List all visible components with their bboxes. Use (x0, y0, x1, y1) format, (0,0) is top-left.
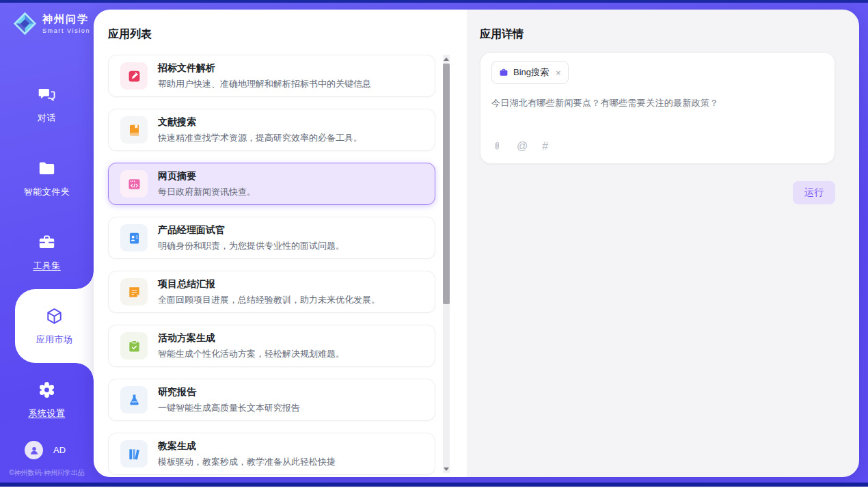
app-card-description: 快速精准查找学术资源，提高研究效率的必备工具。 (158, 132, 362, 144)
books-icon (120, 440, 148, 467)
app-card-title: 教案生成 (158, 440, 336, 452)
sidebar-item-label: 工具集 (33, 260, 61, 272)
folder-icon (38, 159, 56, 180)
user-row[interactable]: AD (25, 441, 66, 459)
edit-square-icon (120, 62, 148, 90)
app-card-title: 文献搜索 (158, 116, 362, 128)
app-card[interactable]: 网页摘要 每日政府新闻资讯快查。 (108, 163, 435, 205)
brand: 神州问学 Smart Vision (0, 3, 94, 36)
app-card-title: 招标文件解析 (158, 62, 371, 74)
run-row: 运行 (480, 181, 835, 204)
avatar (25, 441, 43, 459)
brand-name: 神州问学 (42, 13, 90, 26)
app-card[interactable]: 产品经理面试官 明确身份和职责，为您提供专业性的面试问题。 (108, 217, 435, 259)
app-detail-panel: 应用详情 Bing搜索 × 今日湖北有哪些新闻要点？有哪些需要关注的最新政策？ … (467, 10, 859, 477)
app-list-title: 应用列表 (108, 27, 435, 42)
app-card-description: 帮助用户快速、准确地理解和解析招标书中的关键信息 (158, 78, 371, 90)
cube-icon (45, 307, 64, 328)
app-card-title: 项目总结汇报 (158, 278, 380, 290)
brand-subtitle: Smart Vision (42, 27, 90, 34)
app-card-title: 活动方案生成 (158, 332, 344, 344)
book-icon (120, 116, 148, 144)
prompt-card: Bing搜索 × 今日湖北有哪些新闻要点？有哪些需要关注的最新政策？ @ # (480, 52, 835, 164)
scroll-up-arrow[interactable] (443, 55, 450, 62)
sidebar-item-label: 系统设置 (29, 407, 66, 420)
app-card-description: 智能生成个性化活动方案，轻松解决规划难题。 (158, 348, 344, 360)
sidebar-item-dialog[interactable]: 对话 (0, 68, 94, 141)
at-mention-icon[interactable]: @ (517, 140, 528, 152)
app-card[interactable]: 教案生成 模板驱动，教案秒成，教学准备从此轻松快捷 (108, 433, 435, 475)
app-card-description: 每日政府新闻资讯快查。 (158, 186, 256, 198)
app-card[interactable]: 项目总结汇报 全面回顾项目进展，总结经验教训，助力未来优化发展。 (108, 271, 435, 313)
research-flask-icon (120, 386, 148, 414)
run-button[interactable]: 运行 (793, 181, 835, 204)
window-top-edge (0, 0, 868, 3)
app-card-description: 明确身份和职责，为您提供专业性的面试问题。 (158, 240, 344, 252)
app-card-description: 全面回顾项目进展，总结经验教训，助力未来优化发展。 (158, 294, 380, 306)
app-detail-title: 应用详情 (480, 27, 835, 42)
app-card-title: 研究报告 (158, 386, 300, 398)
sidebar-item-label: 智能文件夹 (24, 186, 70, 198)
interview-person-icon (120, 224, 148, 252)
tag-close-icon[interactable]: × (556, 68, 561, 77)
hash-icon[interactable]: # (542, 140, 548, 152)
app-card-title: 产品经理面试官 (158, 224, 344, 236)
app-card[interactable]: 文献搜索 快速精准查找学术资源，提高研究效率的必备工具。 (108, 109, 435, 151)
app-card-title: 网页摘要 (158, 170, 256, 182)
browser-code-icon (120, 170, 148, 198)
paperclip-icon[interactable] (491, 141, 502, 152)
app-card-list: 招标文件解析 帮助用户快速、准确地理解和解析招标书中的关键信息 文献搜索 快速精… (108, 55, 435, 475)
sidebar-item-label: 对话 (38, 112, 56, 124)
app-window: 神州问学 Smart Vision 对话 智能文件夹 (0, 0, 868, 488)
sidebar: 神州问学 Smart Vision 对话 智能文件夹 (0, 3, 94, 483)
chat-icon (38, 85, 56, 107)
prompt-input[interactable]: 今日湖北有哪些新闻要点？有哪些需要关注的最新政策？ (491, 97, 824, 140)
sidebar-item-app-market[interactable]: 应用市场 (15, 289, 94, 363)
sidebar-item-label: 应用市场 (36, 334, 73, 346)
brand-diamond-icon (12, 11, 38, 36)
sidebar-item-system-settings[interactable]: 系统设置 (0, 363, 94, 437)
app-list-panel: 应用列表 招标文件解析 帮助用户快速、准确地理解和解析招标书中的关键信息 (94, 10, 467, 477)
user-label: AD (53, 445, 66, 455)
toolbox-icon (38, 233, 56, 254)
attachment-toolbar: @ # (491, 140, 824, 154)
copyright-text: ©神州数码·神州问学出品 (0, 468, 94, 478)
clipboard-check-icon (120, 332, 148, 360)
app-card[interactable]: 招标文件解析 帮助用户快速、准确地理解和解析招标书中的关键信息 (108, 55, 435, 97)
sidebar-nav: 对话 智能文件夹 工具集 (0, 68, 94, 437)
tool-tag-bing-search[interactable]: Bing搜索 × (491, 61, 569, 84)
app-card[interactable]: 研究报告 一键智能生成高质量长文本研究报告 (108, 379, 435, 421)
sidebar-item-smart-folders[interactable]: 智能文件夹 (0, 141, 94, 215)
main-content: 应用列表 招标文件解析 帮助用户快速、准确地理解和解析招标书中的关键信息 (94, 10, 859, 477)
app-card[interactable]: 活动方案生成 智能生成个性化活动方案，轻松解决规划难题。 (108, 325, 435, 367)
app-card-description: 模板驱动，教案秒成，教学准备从此轻松快捷 (158, 456, 336, 468)
list-scrollbar[interactable] (443, 55, 450, 473)
tool-tag-label: Bing搜索 (513, 66, 549, 79)
gear-icon (38, 381, 56, 402)
window-bottom-edge (0, 483, 868, 487)
app-card-description: 一键智能生成高质量长文本研究报告 (158, 402, 300, 414)
scroll-down-arrow[interactable] (443, 465, 450, 472)
briefcase-icon (499, 68, 508, 77)
scrollbar-thumb[interactable] (443, 64, 450, 304)
report-note-icon (120, 278, 148, 306)
app-background: 神州问学 Smart Vision 对话 智能文件夹 (0, 3, 868, 483)
